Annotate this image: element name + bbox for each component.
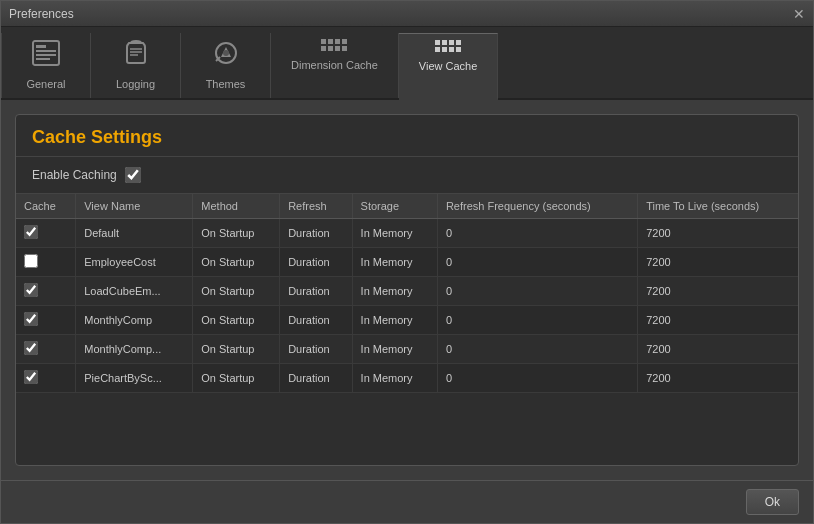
cache-table: Cache View Name Method Refresh Storage R…: [16, 194, 798, 393]
cell-cache-1: [16, 248, 76, 277]
bottom-bar: Ok: [1, 480, 813, 523]
cell-frequency-5: 0: [437, 364, 637, 393]
cache-table-container: Cache View Name Method Refresh Storage R…: [16, 194, 798, 465]
cell-view_name-1: EmployeeCost: [76, 248, 193, 277]
cell-view_name-2: LoadCubeEm...: [76, 277, 193, 306]
table-body: DefaultOn StartupDurationIn Memory07200E…: [16, 219, 798, 393]
cell-method-1: On Startup: [193, 248, 280, 277]
close-button[interactable]: ✕: [793, 7, 805, 21]
table-row: EmployeeCostOn StartupDurationIn Memory0…: [16, 248, 798, 277]
cell-method-4: On Startup: [193, 335, 280, 364]
cell-view_name-3: MonthlyComp: [76, 306, 193, 335]
cell-refresh-0: Duration: [280, 219, 352, 248]
cell-cache-0: [16, 219, 76, 248]
tab-logging[interactable]: Logging: [91, 33, 181, 98]
themes-icon: [211, 39, 241, 74]
row-checkbox-5[interactable]: [24, 370, 38, 384]
row-checkbox-3[interactable]: [24, 312, 38, 326]
title-bar: Preferences ✕: [1, 1, 813, 27]
cell-refresh-3: Duration: [280, 306, 352, 335]
cache-settings-box: Cache Settings Enable Caching Cache View…: [15, 114, 799, 466]
cell-storage-1: In Memory: [352, 248, 437, 277]
svg-rect-1: [36, 45, 46, 48]
cell-view_name-4: MonthlyComp...: [76, 335, 193, 364]
cell-ttl-4: 7200: [638, 335, 798, 364]
cell-method-3: On Startup: [193, 306, 280, 335]
col-frequency: Refresh Frequency (seconds): [437, 194, 637, 219]
cell-ttl-5: 7200: [638, 364, 798, 393]
table-row: MonthlyCompOn StartupDurationIn Memory07…: [16, 306, 798, 335]
row-checkbox-1[interactable]: [24, 254, 38, 268]
ok-button[interactable]: Ok: [746, 489, 799, 515]
cell-refresh-2: Duration: [280, 277, 352, 306]
cell-frequency-3: 0: [437, 306, 637, 335]
svg-rect-3: [36, 54, 56, 56]
cell-ttl-1: 7200: [638, 248, 798, 277]
cell-cache-5: [16, 364, 76, 393]
main-content: Cache Settings Enable Caching Cache View…: [1, 100, 813, 480]
tab-view-cache-label: View Cache: [419, 60, 478, 72]
svg-rect-2: [36, 50, 56, 52]
table-header-row: Cache View Name Method Refresh Storage R…: [16, 194, 798, 219]
enable-caching-row: Enable Caching: [16, 157, 798, 194]
svg-rect-0: [33, 41, 59, 65]
cell-cache-3: [16, 306, 76, 335]
preferences-window: Preferences ✕ General: [0, 0, 814, 524]
cell-frequency-0: 0: [437, 219, 637, 248]
section-title: Cache Settings: [16, 115, 798, 157]
enable-caching-label: Enable Caching: [32, 168, 117, 182]
logging-icon: [121, 39, 151, 74]
cell-refresh-4: Duration: [280, 335, 352, 364]
row-checkbox-2[interactable]: [24, 283, 38, 297]
tab-dimension-cache-label: Dimension Cache: [291, 59, 378, 71]
tab-bar: General Logging: [1, 27, 813, 100]
cell-view_name-5: PieChartBySc...: [76, 364, 193, 393]
tab-themes-label: Themes: [206, 78, 246, 90]
cell-method-2: On Startup: [193, 277, 280, 306]
svg-rect-4: [36, 58, 50, 60]
cell-refresh-1: Duration: [280, 248, 352, 277]
cell-ttl-3: 7200: [638, 306, 798, 335]
col-ttl: Time To Live (seconds): [638, 194, 798, 219]
cell-frequency-2: 0: [437, 277, 637, 306]
dimension-cache-icon: [321, 39, 347, 55]
table-row: DefaultOn StartupDurationIn Memory07200: [16, 219, 798, 248]
table-row: PieChartBySc...On StartupDurationIn Memo…: [16, 364, 798, 393]
cell-storage-4: In Memory: [352, 335, 437, 364]
tab-general-label: General: [26, 78, 65, 90]
cell-ttl-2: 7200: [638, 277, 798, 306]
window-title: Preferences: [9, 7, 74, 21]
cell-cache-2: [16, 277, 76, 306]
col-method: Method: [193, 194, 280, 219]
cell-storage-2: In Memory: [352, 277, 437, 306]
cell-cache-4: [16, 335, 76, 364]
col-cache: Cache: [16, 194, 76, 219]
cell-refresh-5: Duration: [280, 364, 352, 393]
view-cache-icon: [435, 40, 461, 56]
row-checkbox-0[interactable]: [24, 225, 38, 239]
cell-storage-3: In Memory: [352, 306, 437, 335]
cell-method-5: On Startup: [193, 364, 280, 393]
cell-storage-0: In Memory: [352, 219, 437, 248]
cell-frequency-4: 0: [437, 335, 637, 364]
tab-themes[interactable]: Themes: [181, 33, 271, 98]
cell-method-0: On Startup: [193, 219, 280, 248]
cell-view_name-0: Default: [76, 219, 193, 248]
svg-point-9: [223, 50, 229, 56]
table-row: LoadCubeEm...On StartupDurationIn Memory…: [16, 277, 798, 306]
cell-storage-5: In Memory: [352, 364, 437, 393]
tab-view-cache[interactable]: View Cache: [399, 33, 499, 100]
col-view-name: View Name: [76, 194, 193, 219]
row-checkbox-4[interactable]: [24, 341, 38, 355]
tab-dimension-cache[interactable]: Dimension Cache: [271, 33, 399, 98]
tab-general[interactable]: General: [1, 33, 91, 98]
general-icon: [31, 39, 61, 74]
cell-ttl-0: 7200: [638, 219, 798, 248]
tab-logging-label: Logging: [116, 78, 155, 90]
col-refresh: Refresh: [280, 194, 352, 219]
cell-frequency-1: 0: [437, 248, 637, 277]
col-storage: Storage: [352, 194, 437, 219]
table-row: MonthlyComp...On StartupDurationIn Memor…: [16, 335, 798, 364]
enable-caching-checkbox[interactable]: [125, 167, 141, 183]
